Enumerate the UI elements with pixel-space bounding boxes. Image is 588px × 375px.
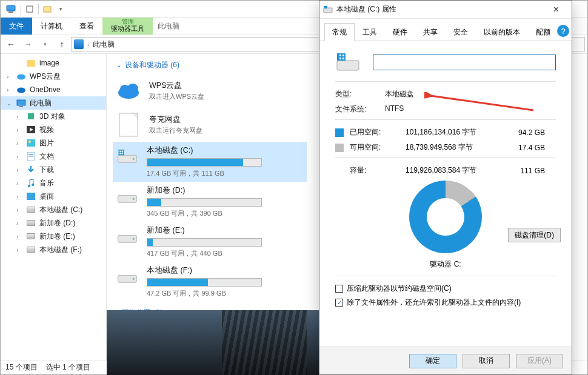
- sidebar-item[interactable]: ›本地磁盘 (C:): [1, 203, 106, 216]
- svg-rect-6: [17, 100, 25, 105]
- properties-dialog: 本地磁盘 (C:) 属性 ✕ ? 常规工具硬件共享安全以前的版本配额 类型:本地…: [319, 0, 572, 375]
- checkbox-icon[interactable]: ✓: [335, 299, 343, 307]
- svg-point-12: [28, 141, 31, 143]
- sidebar-item[interactable]: ›桌面: [1, 190, 106, 203]
- svg-rect-2: [27, 6, 33, 12]
- dialog-tab[interactable]: 常规: [324, 23, 355, 41]
- nav-back-button[interactable]: ←: [3, 36, 19, 52]
- svg-rect-29: [122, 153, 124, 154]
- expand-icon[interactable]: ›: [16, 153, 22, 160]
- expand-icon[interactable]: ›: [7, 73, 13, 80]
- sidebar-item[interactable]: ›WPS云盘: [1, 70, 106, 83]
- quick-access-dropdown[interactable]: ▾: [54, 2, 67, 16]
- svg-rect-3: [44, 7, 51, 12]
- dialog-tab[interactable]: 共享: [415, 23, 446, 41]
- drive-item[interactable]: 本地磁盘 (C:) 17.4 GB 可用，共 111 GB: [113, 142, 307, 182]
- sidebar-item[interactable]: ›音乐: [1, 176, 106, 190]
- ok-button[interactable]: 确定: [409, 354, 456, 368]
- close-button[interactable]: ✕: [544, 1, 568, 18]
- ribbon-tab-drive-tools[interactable]: 管理 驱动器工具: [102, 18, 153, 35]
- dialog-tab[interactable]: 工具: [355, 23, 385, 41]
- cancel-button[interactable]: 取消: [463, 354, 510, 368]
- expand-icon[interactable]: ›: [16, 180, 22, 187]
- sidebar-item-label: 文档: [39, 151, 54, 162]
- breadcrumb[interactable]: 此电脑: [93, 39, 115, 50]
- sidebar-item[interactable]: ›OneDrive: [1, 83, 106, 96]
- sidebar-item-label: OneDrive: [30, 85, 61, 94]
- expand-icon[interactable]: ›: [16, 247, 22, 253]
- dialog-tab[interactable]: 硬件: [385, 23, 415, 41]
- drive-icon: [115, 145, 139, 167]
- ribbon-tab-view[interactable]: 查看: [71, 18, 102, 35]
- svg-rect-22: [119, 113, 138, 136]
- drive-item[interactable]: 新加卷 (E:) 417 GB 可用，共 440 GB: [113, 222, 307, 262]
- expand-icon[interactable]: ›: [16, 140, 22, 147]
- sidebar-item[interactable]: ›文档: [1, 150, 106, 163]
- used-gb: 94.2 GB: [509, 128, 545, 137]
- apply-button[interactable]: 应用(A): [516, 354, 563, 368]
- sidebar-item[interactable]: ›图片: [1, 136, 106, 150]
- dialog-tab[interactable]: 以前的版本: [476, 23, 528, 41]
- sidebar-item[interactable]: ›本地磁盘 (F:): [1, 243, 106, 256]
- drive-item[interactable]: 新加卷 (D:) 345 GB 可用，共 390 GB: [113, 182, 307, 222]
- drive-name: 新加卷 (D:): [147, 185, 304, 196]
- expand-icon[interactable]: ›: [7, 87, 13, 93]
- drive-name-input[interactable]: [373, 55, 556, 70]
- sidebar-item[interactable]: image: [1, 56, 106, 70]
- quick-access-btn[interactable]: [23, 2, 36, 16]
- free-bytes: 18,739,949,568 字节: [406, 142, 509, 153]
- compress-label: 压缩此驱动器以节约磁盘空间(C): [347, 284, 452, 294]
- nav-up-button[interactable]: ↑: [54, 36, 70, 52]
- expand-icon[interactable]: ›: [16, 207, 22, 213]
- expand-icon[interactable]: ›: [16, 167, 22, 173]
- svg-rect-36: [324, 8, 332, 13]
- used-color-swatch: [335, 128, 344, 137]
- sidebar-item[interactable]: ›新加卷 (D:): [1, 216, 106, 230]
- sidebar-item[interactable]: ›新加卷 (E:): [1, 230, 106, 243]
- used-label: 已用空间:: [350, 127, 406, 138]
- expand-icon[interactable]: ›: [16, 233, 22, 240]
- chevron-down-icon: ⌄: [116, 62, 121, 68]
- sidebar-item-label: 桌面: [39, 191, 54, 202]
- sidebar-item[interactable]: ›3D 对象: [1, 110, 106, 123]
- item-title: 夸克网盘: [149, 114, 202, 125]
- ribbon-tab-file[interactable]: 文件: [1, 18, 32, 35]
- sidebar-item-label: 视频: [39, 125, 54, 135]
- chevron-right-icon: ›: [87, 41, 89, 48]
- free-label: 可用空间:: [350, 142, 406, 153]
- dialog-tab[interactable]: 安全: [446, 23, 476, 41]
- dialog-footer: 确定 取消 应用(A): [319, 347, 572, 374]
- nav-recent-dropdown[interactable]: ▾: [37, 36, 53, 52]
- help-icon[interactable]: ?: [557, 25, 569, 37]
- nav-pane: image›WPS云盘›OneDrive⌄此电脑›3D 对象›视频›图片›文档›…: [1, 54, 107, 360]
- expand-icon[interactable]: ›: [16, 193, 22, 200]
- disk-cleanup-button[interactable]: 磁盘清理(D): [508, 228, 561, 242]
- svg-rect-43: [342, 58, 344, 59]
- index-checkbox-row[interactable]: ✓ 除了文件属性外，还允许索引此驱动器上文件的内容(I): [335, 297, 556, 308]
- drive-free-text: 417 GB 可用，共 440 GB: [147, 249, 304, 258]
- drive-icon: [115, 225, 139, 247]
- svg-rect-0: [7, 5, 15, 11]
- dialog-body: 类型:本地磁盘 文件系统:NTFS 已用空间: 101,186,134,016 …: [319, 41, 572, 317]
- expand-icon[interactable]: ›: [16, 220, 22, 227]
- sidebar-item[interactable]: ⌄此电脑: [1, 96, 106, 110]
- expand-icon[interactable]: ›: [16, 127, 22, 133]
- compress-checkbox-row[interactable]: 压缩此驱动器以节约磁盘空间(C): [335, 284, 556, 294]
- checkbox-icon[interactable]: [335, 285, 343, 293]
- dialog-tab[interactable]: 配额: [528, 23, 558, 41]
- donut-chart: [409, 181, 482, 253]
- sidebar-item-label: image: [39, 59, 59, 67]
- sidebar-item[interactable]: ›下载: [1, 163, 106, 176]
- item-icon: [26, 58, 36, 68]
- item-icon: [26, 138, 36, 148]
- sidebar-item[interactable]: ›视频: [1, 123, 106, 136]
- svg-point-16: [28, 185, 30, 187]
- drive-item[interactable]: 本地磁盘 (F:) 47.2 GB 可用，共 99.9 GB: [113, 262, 307, 302]
- expand-icon[interactable]: ›: [16, 113, 22, 120]
- quick-access-btn-2[interactable]: [41, 2, 54, 16]
- ribbon-tab-computer[interactable]: 计算机: [32, 18, 71, 35]
- nav-forward-button[interactable]: →: [20, 36, 36, 52]
- svg-point-4: [17, 75, 25, 80]
- expand-icon[interactable]: ⌄: [7, 100, 13, 107]
- capacity-bytes: 119,926,083,584 字节: [406, 165, 509, 176]
